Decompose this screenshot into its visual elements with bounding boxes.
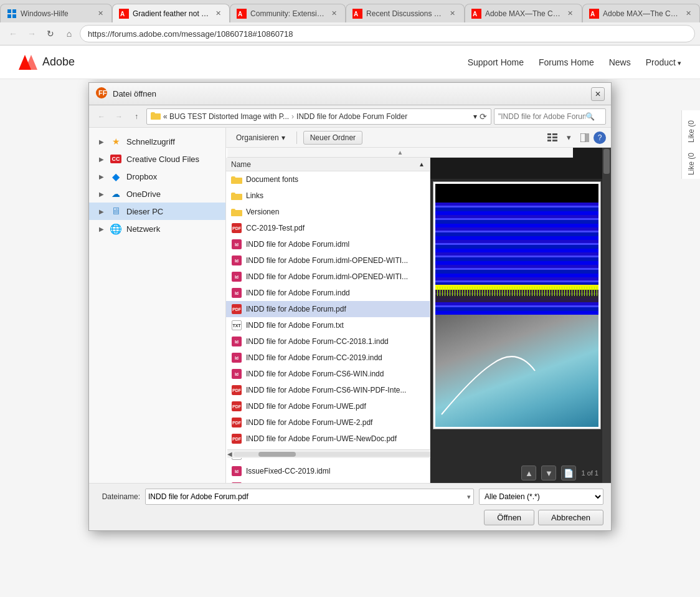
list-item[interactable]: Versionen: [226, 204, 430, 220]
dialog-back-btn[interactable]: ←: [94, 109, 109, 124]
nav-product[interactable]: Product: [646, 57, 681, 67]
list-item[interactable]: PDF INDD file for Adobe Forum-UWE-NewDoc…: [226, 431, 430, 447]
file-name: Document fonts: [246, 175, 298, 184]
list-item-selected[interactable]: PDF INDD file for Adobe Forum.pdf: [226, 301, 430, 317]
preview-image-area: [430, 148, 611, 463]
address-bar-row: ← → ↻ ⌂: [0, 22, 700, 45]
tab-recent[interactable]: A Recent Discussions — A... ✕: [346, 4, 465, 22]
tab-label: Adobe MAX—The Creat...: [603, 9, 679, 18]
list-item[interactable]: Id INDD file for Adobe Forum.idml-OPENED…: [226, 269, 430, 285]
dialog-forward-btn[interactable]: →: [111, 109, 126, 124]
svg-rect-25: [552, 140, 557, 141]
tab-close-btn[interactable]: ✕: [95, 9, 105, 19]
nav-news[interactable]: News: [609, 57, 631, 67]
tab-close-btn[interactable]: ✕: [329, 9, 339, 19]
breadcrumb-refresh-btn[interactable]: ⟳: [480, 112, 487, 122]
filetype-select[interactable]: Alle Dateien (*.*): [480, 489, 603, 504]
list-item[interactable]: Id INDD file for Adobe Forum.idml: [226, 236, 430, 252]
list-item[interactable]: Id INDD file for Adobe Forum-CS6-WIN.ind…: [226, 366, 430, 382]
preview-page-count: 1 of 1: [581, 469, 598, 477]
list-item[interactable]: Id INDD file for Adobe Forum-CC-2019.ind…: [226, 350, 430, 366]
sidebar-item-dieser-pc[interactable]: ▶ 🖥 Dieser PC: [89, 203, 225, 220]
forward-button[interactable]: →: [24, 26, 40, 42]
browser-chrome: Windows-Hilfe ✕ A Gradient feather not e…: [0, 0, 700, 45]
search-input[interactable]: [498, 112, 585, 121]
open-button[interactable]: Öffnen: [484, 510, 534, 525]
view-dropdown-btn[interactable]: ▾: [561, 130, 576, 145]
list-item[interactable]: Id INDD file for Adobe Forum-CC-2018.1.i…: [226, 333, 430, 350]
organise-button[interactable]: Organisieren ▾: [231, 132, 290, 143]
sidebar-item-netzwerk[interactable]: ▶ 🌐 Netzwerk: [89, 220, 225, 237]
back-button[interactable]: ←: [5, 26, 21, 42]
cancel-button[interactable]: Abbrechen: [538, 510, 603, 525]
svg-rect-27: [586, 133, 589, 142]
list-item[interactable]: Id IssueFixed-CC-2019.idml: [226, 463, 430, 479]
like-button-2[interactable]: Like (0: [686, 149, 697, 179]
file-name: INDD file for Adobe Forum.idml-OPENED-WI…: [246, 256, 408, 265]
home-button[interactable]: ⌂: [61, 26, 77, 42]
dialog-close-button[interactable]: ✕: [591, 87, 605, 101]
filename-dropdown-arrow[interactable]: ▾: [465, 493, 473, 501]
view-list-btn[interactable]: [545, 130, 560, 145]
list-item[interactable]: PDF INDD file for Adobe Forum-UWE-2.pdf: [226, 414, 430, 431]
tab-close-btn[interactable]: ✕: [448, 9, 458, 19]
dropbox-icon: ◆: [110, 171, 121, 181]
list-item[interactable]: PDF INDD file for Adobe Forum-UWE.pdf: [226, 398, 430, 414]
address-input[interactable]: [80, 25, 695, 42]
file-name: INDD file for Adobe Forum.txt: [246, 321, 344, 330]
new-folder-button[interactable]: Neuer Ordner: [303, 131, 362, 145]
dialog-up-btn[interactable]: ↑: [129, 109, 144, 124]
list-item[interactable]: Id INDD file for Adobe Forum.idml-OPENED…: [226, 252, 430, 269]
expand-arrow-cc: ▶: [99, 156, 105, 163]
sidebar-item-onedrive[interactable]: ▶ ☁ OneDrive: [89, 185, 225, 203]
sidebar-item-creative-cloud[interactable]: ▶ CC Creative Cloud Files: [89, 150, 225, 168]
preview-toggle-btn[interactable]: [577, 130, 592, 145]
tab-gradient-feather[interactable]: A Gradient feather not exp... ✕: [112, 4, 230, 22]
scroll-left-btn[interactable]: ◀: [227, 451, 232, 457]
refresh-button[interactable]: ↻: [42, 26, 59, 42]
file-name: INDD file for Adobe Forum-CC-2018.1.indd: [246, 337, 389, 346]
preview-prev-btn[interactable]: ▲: [521, 466, 536, 480]
sidebar-label-dropbox: Dropbox: [126, 172, 157, 181]
indd-icon: Id: [231, 353, 242, 363]
dialog-body: ▶ ★ Schnellzugriff ▶ CC Creative Cloud F…: [89, 128, 611, 483]
indd-icon: Id: [231, 288, 242, 298]
list-item[interactable]: Document fonts: [226, 171, 430, 188]
help-btn[interactable]: ?: [594, 131, 606, 144]
nav-support-home[interactable]: Support Home: [468, 57, 524, 67]
preview-page-btn[interactable]: 📄: [561, 466, 576, 480]
sidebar-item-dropbox[interactable]: ▶ ◆ Dropbox: [89, 168, 225, 185]
list-item[interactable]: PDF INDD file for Adobe Forum-CS6-WIN-PD…: [226, 382, 430, 398]
adobe-logo[interactable]: Adobe: [19, 55, 75, 70]
list-item[interactable]: Links: [226, 188, 430, 204]
preview-distorted: [435, 203, 598, 315]
file-list[interactable]: Name ▲ Document fonts Links: [226, 148, 430, 483]
tab-max1[interactable]: A Adobe MAX—The Creat... ✕: [465, 4, 582, 22]
tab-windows-hilfe[interactable]: Windows-Hilfe ✕: [0, 4, 112, 22]
list-item[interactable]: PDF CC-2019-Test.pdf: [226, 220, 430, 236]
tab-label: Gradient feather not exp...: [133, 9, 209, 18]
list-item[interactable]: Id IssueFixed-CC-2019.indd: [226, 479, 430, 483]
tab-max2[interactable]: A Adobe MAX—The Creat... ✕: [582, 4, 700, 22]
expand-arrow-network: ▶: [99, 226, 105, 232]
list-item[interactable]: TXT INDD file for Adobe Forum.txt: [226, 317, 430, 333]
list-item[interactable]: Id INDD file for Adobe Forum.indd: [226, 285, 430, 301]
sidebar-item-schnellzugriff[interactable]: ▶ ★ Schnellzugriff: [89, 133, 225, 150]
svg-rect-21: [552, 133, 557, 135]
tab-close-btn[interactable]: ✕: [213, 9, 223, 19]
like-button-1[interactable]: Like (0: [686, 117, 697, 146]
sidebar-label-onedrive: OneDrive: [126, 189, 161, 199]
preview-next-btn[interactable]: ▼: [541, 466, 556, 480]
scroll-up-indicator[interactable]: ▲: [227, 148, 573, 158]
tab-community[interactable]: A Community: Extensions... ✕: [230, 4, 346, 22]
dialog-breadcrumb[interactable]: « BUG TEST Distorted Image with P... › I…: [146, 108, 491, 125]
tab-close-btn[interactable]: ✕: [565, 9, 575, 19]
svg-text:A: A: [238, 11, 242, 17]
nav-forums-home[interactable]: Forums Home: [539, 57, 594, 67]
tab-close-btn[interactable]: ✕: [683, 9, 693, 19]
dot-stripe: [435, 287, 598, 296]
filename-input[interactable]: [146, 489, 465, 504]
breadcrumb-dropdown-arrow[interactable]: ▾: [473, 112, 477, 121]
svg-text:FF: FF: [98, 89, 107, 97]
sidebar-label-pc: Dieser PC: [126, 207, 163, 216]
